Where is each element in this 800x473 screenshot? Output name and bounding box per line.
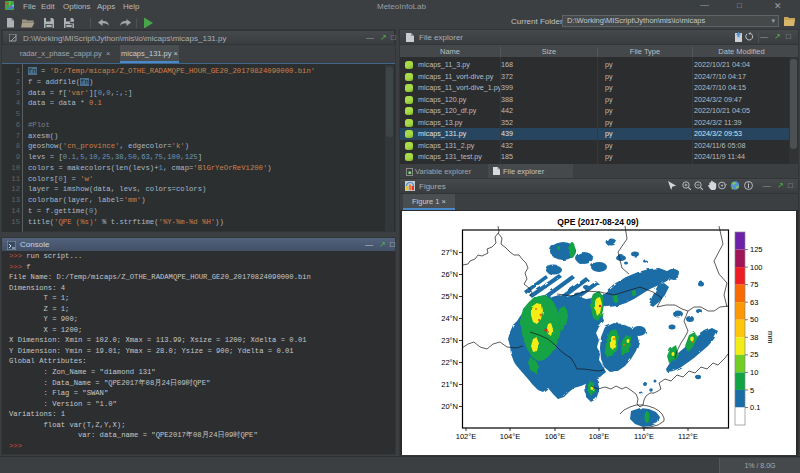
svg-text:0.1: 0.1 [750, 403, 760, 412]
svg-text:21°N: 21°N [441, 380, 458, 389]
svg-text:25°N: 25°N [441, 292, 458, 301]
svg-text:106°E: 106°E [545, 432, 566, 441]
svg-text:125: 125 [750, 245, 763, 254]
svg-text:24°N: 24°N [441, 314, 458, 323]
svg-text:QPE (2017-08-24 09): QPE (2017-08-24 09) [557, 217, 638, 227]
svg-text:23°N: 23°N [441, 336, 458, 345]
svg-text:110°E: 110°E [634, 432, 654, 441]
svg-text:63: 63 [750, 298, 758, 307]
svg-text:108°E: 108°E [589, 432, 610, 441]
svg-text:mm: mm [766, 331, 775, 344]
svg-text:25: 25 [750, 350, 758, 359]
svg-text:22°N: 22°N [441, 358, 458, 367]
svg-text:104°E: 104°E [500, 432, 521, 441]
svg-text:102°E: 102°E [456, 432, 477, 441]
svg-text:112°E: 112°E [678, 432, 698, 441]
svg-text:5: 5 [750, 386, 754, 395]
svg-text:26°N: 26°N [441, 270, 458, 279]
svg-text:10: 10 [750, 368, 758, 377]
svg-text:38: 38 [750, 333, 758, 342]
svg-text:100: 100 [750, 263, 763, 272]
svg-text:50: 50 [750, 315, 758, 324]
svg-text:75: 75 [750, 280, 758, 289]
svg-text:27°N: 27°N [441, 248, 458, 257]
svg-text:20°N: 20°N [441, 402, 458, 411]
